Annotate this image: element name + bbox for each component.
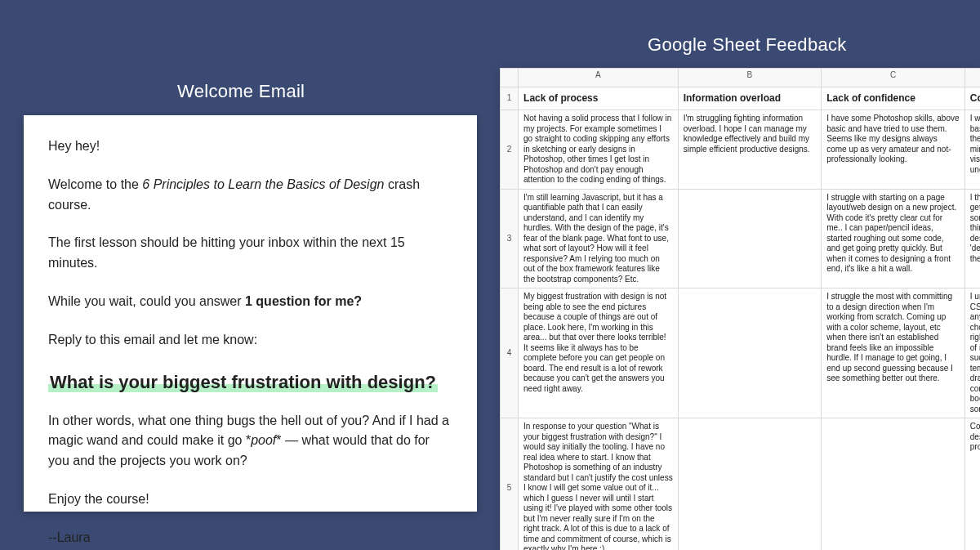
column-letter-row: A B C D	[501, 69, 981, 87]
cell[interactable]: I struggle the most with committing to a…	[822, 288, 965, 418]
header-cell[interactable]: Information overload	[678, 87, 822, 110]
cell[interactable]: I think th getting t some gr think Im to…	[964, 189, 980, 288]
table-row: 3I'm still learning Javascript, but it h…	[501, 189, 981, 288]
email-line-reply: Reply to this email and let me know:	[48, 330, 452, 351]
cell[interactable]: I'm struggling fighting information over…	[678, 110, 822, 190]
table-row: 5In response to your question "What is y…	[501, 418, 981, 551]
cell[interactable]: I have some Photoshop skills, above basi…	[822, 110, 965, 190]
section-label-sheet: Google Sheet Feedback	[648, 34, 847, 56]
cell[interactable]: Coming design i prototyp	[964, 418, 980, 551]
cell[interactable]: I would l basics o of the pr my mind to …	[964, 110, 980, 190]
header-cell[interactable]: Lack of process	[519, 87, 679, 110]
cell[interactable]: I underst CSS, sa anything choices right…	[964, 288, 980, 418]
email-signature: --Laura	[48, 528, 452, 548]
corner-cell[interactable]	[501, 69, 519, 87]
email-course-title: 6 Principles to Learn the Basics of Desi…	[142, 177, 384, 191]
section-label-email: Welcome Email	[177, 81, 305, 102]
email-line-timing: The first lesson should be hitting your …	[48, 233, 452, 274]
cell[interactable]: I struggle with starting on a page layou…	[822, 189, 965, 288]
cell[interactable]	[678, 418, 822, 551]
email-text: While you wait, could you answer	[48, 294, 245, 308]
cell[interactable]	[678, 288, 822, 418]
cell[interactable]: My biggest frustration with design is no…	[519, 288, 679, 418]
header-cell[interactable]: Lack of confidence	[822, 87, 965, 110]
header-cell[interactable]: Comin	[964, 87, 980, 110]
google-sheet-card: A B C D 1 Lack of process Information ov…	[500, 68, 980, 550]
cell[interactable]: In response to your question "What is yo…	[519, 418, 679, 551]
email-poof: poof	[251, 433, 276, 447]
table-row: 4My biggest frustration with design is n…	[501, 288, 981, 418]
col-letter[interactable]: B	[678, 69, 822, 87]
welcome-email-card: Hey hey! Welcome to the 6 Principles to …	[24, 115, 477, 512]
cell[interactable]	[822, 418, 965, 551]
row-number[interactable]: 3	[501, 189, 519, 288]
header-row: 1 Lack of process Information overload L…	[501, 87, 981, 110]
row-number[interactable]: 1	[501, 87, 519, 110]
email-line-elaborate: In other words, what one thing bugs the …	[48, 411, 452, 472]
cell[interactable]: I'm still learning Javascript, but it ha…	[519, 189, 679, 288]
email-one-question: 1 question for me?	[245, 294, 362, 308]
col-letter[interactable]: D	[964, 69, 980, 87]
table-row: 2Not having a solid process that I follo…	[501, 110, 981, 190]
email-question-highlight: What is your biggest frustration with de…	[48, 372, 438, 392]
row-number[interactable]: 5	[501, 418, 519, 551]
row-number[interactable]: 2	[501, 110, 519, 190]
email-greeting: Hey hey!	[48, 136, 452, 157]
email-line-enjoy: Enjoy the course!	[48, 490, 452, 510]
col-letter[interactable]: C	[822, 69, 965, 87]
email-line-ask: While you wait, could you answer 1 quest…	[48, 292, 452, 312]
col-letter[interactable]: A	[519, 69, 679, 87]
cell[interactable]: Not having a solid process that I follow…	[519, 110, 679, 190]
cell[interactable]	[678, 189, 822, 288]
email-text: Welcome to the	[48, 177, 142, 191]
email-question-line: What is your biggest frustration with de…	[48, 369, 452, 396]
row-number[interactable]: 4	[501, 288, 519, 418]
spreadsheet-grid[interactable]: A B C D 1 Lack of process Information ov…	[500, 68, 980, 550]
email-line-welcome: Welcome to the 6 Principles to Learn the…	[48, 175, 452, 216]
